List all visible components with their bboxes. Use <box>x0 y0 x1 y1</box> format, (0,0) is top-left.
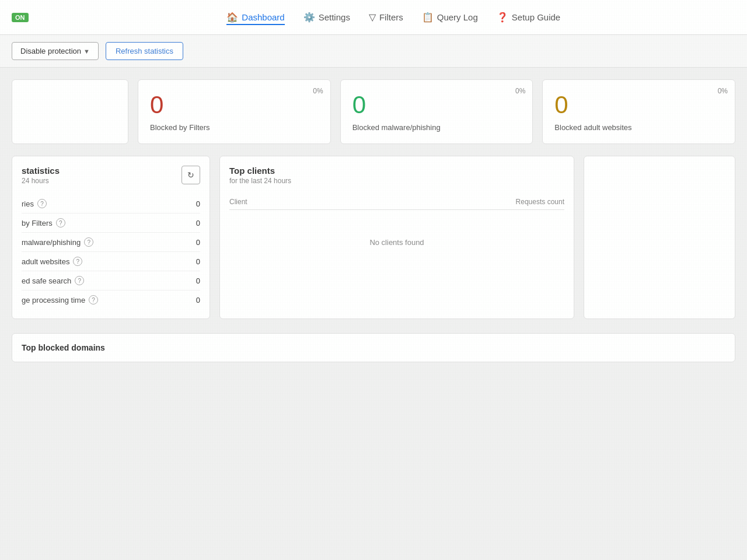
stat-row-blocked-filters: by Filters ? 0 <box>22 214 200 233</box>
bottom-section: statistics 24 hours ↻ ries ? 0 by Filter… <box>12 156 735 319</box>
nav-logo: ON <box>12 13 29 22</box>
stat-row-processing-time: ge processing time ? 0 <box>22 290 200 309</box>
statistics-panel: statistics 24 hours ↻ ries ? 0 by Filter… <box>12 156 210 319</box>
processing-time-help-icon[interactable]: ? <box>89 295 98 304</box>
top-clients-title: Top clients <box>229 166 564 176</box>
clients-table-header: Client Requests count <box>229 194 564 210</box>
nav-dashboard[interactable]: 🏠 Dashboard <box>226 9 284 25</box>
blocked-malware-label: Blocked malware/phishing <box>352 123 521 132</box>
stats-cards-row: 0% 0 Blocked by Filters 0% 0 Blocked mal… <box>12 79 735 144</box>
stat-row-adult-websites: adult websites ? 0 <box>22 252 200 271</box>
queries-value: 0 <box>196 200 200 208</box>
filters-icon: ▽ <box>369 12 376 23</box>
stat-row-processing-time-label: ge processing time ? <box>22 295 98 304</box>
blocked-filters-label-text: by Filters <box>22 219 53 228</box>
top-blocked-domains-title: Top blocked domains <box>22 343 725 352</box>
blocked-adult-percent: 0% <box>718 87 728 95</box>
nav-dashboard-label: Dashboard <box>242 12 284 22</box>
on-badge: ON <box>12 13 29 22</box>
navbar: ON 🏠 Dashboard ⚙️ Settings ▽ Filters 📋 Q… <box>0 0 747 35</box>
stat-card-blocked-filters: 0% 0 Blocked by Filters <box>138 79 331 144</box>
stat-row-queries: ries ? 0 <box>22 194 200 214</box>
main-content: 0% 0 Blocked by Filters 0% 0 Blocked mal… <box>0 68 747 374</box>
clients-col-requests: Requests count <box>516 198 564 206</box>
stat-row-blocked-malware: malware/phishing ? 0 <box>22 233 200 252</box>
nav-settings-label: Settings <box>319 12 350 22</box>
disable-protection-label: Disable protection <box>20 47 81 55</box>
adult-websites-label-text: adult websites <box>22 257 69 266</box>
nav-filters[interactable]: ▽ Filters <box>369 9 403 25</box>
no-clients-message: No clients found <box>229 215 564 270</box>
safe-search-label-text: ed safe search <box>22 276 71 285</box>
statistics-subtitle: 24 hours <box>22 177 60 185</box>
adult-websites-help-icon[interactable]: ? <box>73 257 82 266</box>
nav-setup-guide[interactable]: ❓ Setup Guide <box>497 9 560 25</box>
top-clients-panel: Top clients for the last 24 hours Client… <box>219 156 574 319</box>
blocked-adult-label: Blocked adult websites <box>554 123 723 132</box>
stat-row-safe-search: ed safe search ? 0 <box>22 271 200 290</box>
stats-refresh-button[interactable]: ↻ <box>181 166 200 184</box>
blocked-malware-number: 0 <box>352 92 521 118</box>
processing-time-label-text: ge processing time <box>22 296 85 304</box>
blocked-filters-help-icon[interactable]: ? <box>56 218 65 228</box>
refresh-statistics-label: Refresh statistics <box>116 47 173 55</box>
refresh-statistics-button[interactable]: Refresh statistics <box>106 42 183 60</box>
clients-col-client: Client <box>229 198 247 206</box>
blocked-filters-row-value: 0 <box>196 219 200 228</box>
top-clients-subtitle: for the last 24 hours <box>229 177 564 185</box>
stat-card-blocked-adult: 0% 0 Blocked adult websites <box>542 79 735 144</box>
dashboard-icon: 🏠 <box>226 12 238 23</box>
stats-header-row: statistics 24 hours ↻ <box>22 166 200 194</box>
nav-filters-label: Filters <box>379 12 403 22</box>
queries-label-text: ries <box>22 200 34 208</box>
safe-search-help-icon[interactable]: ? <box>75 276 84 285</box>
query-log-icon: 📋 <box>422 12 434 23</box>
blocked-malware-percent: 0% <box>515 87 525 95</box>
blocked-adult-number: 0 <box>554 92 723 118</box>
blocked-filters-label: Blocked by Filters <box>150 123 319 132</box>
nav-setup-guide-label: Setup Guide <box>512 12 560 22</box>
queries-help-icon[interactable]: ? <box>37 199 47 208</box>
stat-row-blocked-malware-label: malware/phishing ? <box>22 237 93 247</box>
stats-title-group: statistics 24 hours <box>22 166 60 194</box>
statistics-title: statistics <box>22 166 60 176</box>
blocked-malware-help-icon[interactable]: ? <box>84 237 93 247</box>
refresh-icon: ↻ <box>187 170 194 180</box>
adult-websites-row-value: 0 <box>196 257 200 266</box>
nav-query-log-label: Query Log <box>437 12 478 22</box>
chevron-down-icon: ▼ <box>83 48 90 55</box>
right-panel <box>584 156 735 319</box>
stat-card-empty <box>12 79 128 144</box>
blocked-malware-label-text: malware/phishing <box>22 238 81 247</box>
action-bar: Disable protection ▼ Refresh statistics <box>0 35 747 68</box>
stat-row-queries-label: ries ? <box>22 199 47 208</box>
stat-row-safe-search-label: ed safe search ? <box>22 276 84 285</box>
blocked-filters-number: 0 <box>150 92 319 118</box>
stat-row-blocked-filters-label: by Filters ? <box>22 218 65 228</box>
settings-icon: ⚙️ <box>303 12 315 23</box>
processing-time-row-value: 0 <box>196 296 200 304</box>
blocked-filters-percent: 0% <box>313 87 323 95</box>
setup-guide-icon: ❓ <box>497 12 508 23</box>
safe-search-row-value: 0 <box>196 276 200 285</box>
blocked-malware-row-value: 0 <box>196 238 200 247</box>
stat-card-blocked-malware: 0% 0 Blocked malware/phishing <box>340 79 533 144</box>
disable-protection-button[interactable]: Disable protection ▼ <box>12 42 99 60</box>
nav-links: 🏠 Dashboard ⚙️ Settings ▽ Filters 📋 Quer… <box>52 9 736 25</box>
nav-settings[interactable]: ⚙️ Settings <box>303 9 350 25</box>
nav-query-log[interactable]: 📋 Query Log <box>422 9 478 25</box>
stat-row-adult-websites-label: adult websites ? <box>22 257 82 266</box>
top-blocked-domains-panel: Top blocked domains <box>12 333 735 362</box>
